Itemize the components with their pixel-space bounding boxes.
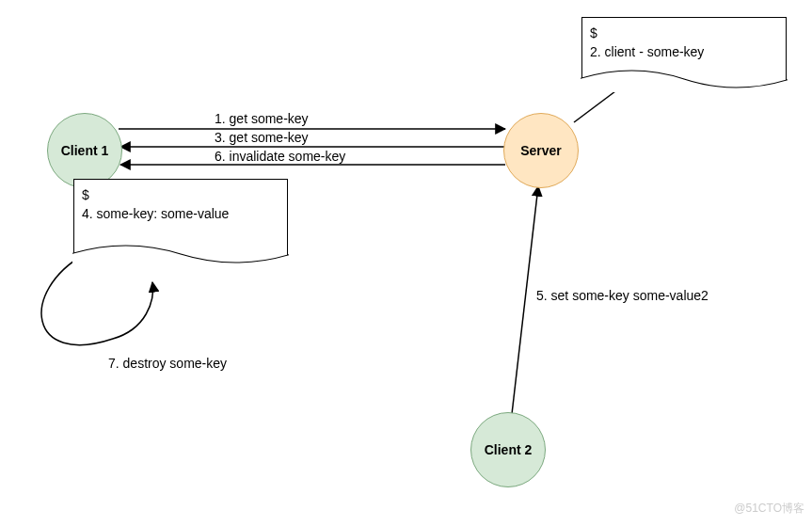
label-m7: 7. destroy some-key [108, 356, 227, 371]
label-m5: 5. set some-key some-value2 [536, 288, 709, 303]
client2-node: Client 2 [470, 412, 546, 487]
client2-label: Client 2 [485, 442, 533, 457]
arrow-set-5 [512, 186, 538, 414]
server-note: $ 2. client - some-key [581, 17, 787, 92]
client1-label: Client 1 [61, 143, 109, 158]
server-note-prompt: $ [590, 24, 778, 42]
label-m6: 6. invalidate some-key [215, 149, 345, 164]
label-m1: 1. get some-key [215, 111, 309, 126]
client1-node: Client 1 [47, 113, 122, 188]
client1-note: $ 4. some-key: some-value [73, 179, 288, 267]
server-node: Server [503, 113, 579, 188]
server-note-line: 2. client - some-key [590, 42, 778, 61]
arrow-destroy-7 [41, 254, 152, 345]
client1-note-prompt: $ [82, 185, 279, 204]
label-m3: 3. get some-key [215, 130, 309, 145]
watermark: @51CTO博客 [734, 501, 804, 517]
client1-note-line: 4. some-key: some-value [82, 204, 279, 223]
server-label: Server [520, 143, 562, 158]
